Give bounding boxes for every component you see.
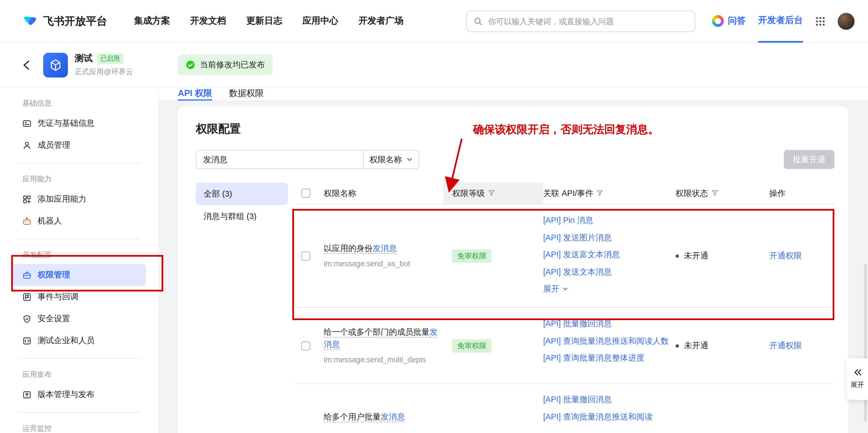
sidebar-item-security[interactable]: 安全设置 xyxy=(12,308,146,330)
api-link[interactable]: [API] 发送图片消息 xyxy=(543,229,670,246)
sidebar-section-ops-monitoring: 运营监控 xyxy=(12,420,146,433)
sidebar-item-label: 版本管理与发布 xyxy=(38,389,95,400)
header-label: 关联 API/事件 xyxy=(543,188,593,199)
sidebar-item-add-capability[interactable]: 添加应用能力 xyxy=(12,188,146,210)
app-subtitle: 正式应用@环界云 xyxy=(74,67,133,77)
filter-all[interactable]: 全部 (3) xyxy=(196,182,288,205)
table-row: 给一个或多个部门的成员批量发消息 im:message:send_multi_d… xyxy=(294,308,834,384)
select-all-checkbox[interactable] xyxy=(301,189,310,198)
open-permission-link[interactable]: 开通权限 xyxy=(769,340,802,351)
sidebar-item-test-company[interactable]: 测试企业和人员 xyxy=(12,330,146,352)
divider xyxy=(18,412,140,413)
brand[interactable]: 飞书开放平台 xyxy=(23,13,107,29)
header-actions: 操作 xyxy=(769,182,834,204)
sidebar-item-label: 添加应用能力 xyxy=(38,194,86,204)
avatar[interactable] xyxy=(838,12,855,29)
publish-banner-text: 当前修改均已发布 xyxy=(200,60,265,70)
briefcase-icon xyxy=(23,270,31,280)
sidebar-item-label: 成员管理 xyxy=(38,140,70,150)
expand-label: 展开 xyxy=(543,280,559,297)
permission-tabs: API 权限 数据权限 xyxy=(159,88,868,101)
row-checkbox[interactable] xyxy=(301,341,310,350)
sidebar-item-members[interactable]: 成员管理 xyxy=(12,134,146,156)
search-type-value: 权限名称 xyxy=(370,154,402,165)
nav-item-integration-solutions[interactable]: 集成方案 xyxy=(134,15,170,27)
filter-icon[interactable] xyxy=(488,190,495,197)
permission-table: 权限名称 权限等级 关联 API/事件 xyxy=(294,182,834,433)
console-link[interactable]: 开发者后台 xyxy=(758,0,803,42)
api-link[interactable]: [API] 发送富文本消息 xyxy=(543,246,670,263)
tab-api-permissions[interactable]: API 权限 xyxy=(178,88,212,100)
api-link[interactable]: [API] 批量撤回消息 xyxy=(543,315,670,332)
api-link[interactable]: [API] 查询批量消息整体进度 xyxy=(543,349,670,367)
sidebar-item-permissions[interactable]: 权限管理 xyxy=(12,264,146,286)
expand-panel-label: 展开 xyxy=(850,380,864,390)
tab-data-permissions[interactable]: 数据权限 xyxy=(229,88,264,100)
permission-name-cell: 以应用的身份发消息 im:message:send_as_bot xyxy=(324,204,452,307)
filter-icon[interactable] xyxy=(711,190,718,197)
api-link[interactable]: [API] Pin 消息 xyxy=(543,212,670,229)
api-link[interactable]: [API] 查询批量消息推送和阅读人数 xyxy=(543,332,670,349)
status-dot-icon xyxy=(676,344,679,347)
sidebar-item-version-release[interactable]: 版本管理与发布 xyxy=(12,383,146,405)
permission-name: 给一个或多个部门的成员批量 xyxy=(324,327,430,337)
qa-link[interactable]: 问答 xyxy=(712,15,746,27)
feishu-open-platform-console: 飞书开放平台 集成方案 开发文档 更新日志 应用中心 开发者广场 问答 开发者后… xyxy=(0,0,868,433)
api-link[interactable]: [API] 发送文本消息 xyxy=(543,263,670,280)
expand-apis-link[interactable]: 展开 xyxy=(543,280,670,297)
robot-icon xyxy=(23,216,31,226)
expand-panel-button[interactable]: 展开 xyxy=(847,358,868,400)
sidebar-item-bot[interactable]: 机器人 xyxy=(12,210,146,232)
sidebar-item-label: 事件与回调 xyxy=(38,291,78,302)
permission-search: 权限名称 xyxy=(196,150,419,169)
flag-icon xyxy=(23,292,31,301)
global-search-input[interactable] xyxy=(487,16,688,26)
toolbar: 权限名称 批量开通 xyxy=(196,150,834,169)
apps-grid-icon[interactable] xyxy=(815,16,825,26)
permission-name-highlight: 发消息 xyxy=(381,412,405,422)
publish-banner: 当前修改均已发布 xyxy=(178,55,273,75)
sidebar-item-label: 安全设置 xyxy=(38,313,70,324)
upload-icon xyxy=(23,390,31,399)
row-checkbox[interactable] xyxy=(301,251,310,260)
api-link[interactable]: [API] 批量撤回消息 xyxy=(543,391,670,408)
header-permission-status: 权限状态 xyxy=(676,182,769,204)
chevron-down-icon xyxy=(562,286,568,292)
divider xyxy=(18,239,140,239)
permission-search-input[interactable] xyxy=(196,150,363,169)
nav-item-app-center[interactable]: 应用中心 xyxy=(303,15,338,27)
back-button[interactable] xyxy=(23,60,31,70)
sidebar-section-app-release: 应用发布 xyxy=(12,366,146,383)
app-name: 测试 xyxy=(74,53,93,65)
status-badge: 已启用 xyxy=(97,53,123,64)
level-badge: 免审权限 xyxy=(452,249,492,263)
chevron-left-icon xyxy=(23,60,31,70)
open-permission-link[interactable]: 开通权限 xyxy=(769,251,802,261)
header-permission-name: 权限名称 xyxy=(324,182,452,204)
search-type-select[interactable]: 权限名称 xyxy=(363,150,418,169)
level-badge: 免审权限 xyxy=(452,339,492,352)
sidebar-item-events[interactable]: 事件与回调 xyxy=(12,286,146,308)
sidebar-item-credentials[interactable]: 凭证与基础信息 xyxy=(12,112,146,134)
code-icon xyxy=(23,336,31,345)
global-search[interactable] xyxy=(466,10,695,32)
batch-open-button[interactable]: 批量开通 xyxy=(784,150,834,169)
grid-plus-icon xyxy=(23,195,31,204)
permission-name-cell: 给多个用户批量发消息 xyxy=(324,384,452,433)
related-api-cell: [API] 批量撤回消息 [API] 查询批量消息推送和阅读人数 [API] 查… xyxy=(543,308,676,383)
filter-icon[interactable] xyxy=(597,190,603,197)
nav-item-developer-plaza[interactable]: 开发者广场 xyxy=(359,15,403,27)
permission-name-highlight: 发消息 xyxy=(373,243,397,254)
header-label: 权限等级 xyxy=(452,188,485,199)
related-api-cell: [API] 批量撤回消息 [API] 查询批量消息推送和阅读 xyxy=(543,384,676,433)
filter-message-group[interactable]: 消息与群组 (3) xyxy=(196,205,288,227)
api-link[interactable]: [API] 查询批量消息推送和阅读 xyxy=(543,408,670,425)
status-text: 未开通 xyxy=(684,340,708,351)
sidebar-section-app-capability: 应用能力 xyxy=(12,170,146,188)
nav-item-dev-docs[interactable]: 开发文档 xyxy=(190,15,226,27)
nav-right-cluster: 问答 开发者后台 xyxy=(712,0,855,42)
table-row: 以应用的身份发消息 im:message:send_as_bot 免审权限 [A… xyxy=(294,204,834,308)
qa-label: 问答 xyxy=(728,15,746,27)
double-chevron-left-icon xyxy=(853,368,862,376)
nav-item-changelog[interactable]: 更新日志 xyxy=(246,15,282,27)
